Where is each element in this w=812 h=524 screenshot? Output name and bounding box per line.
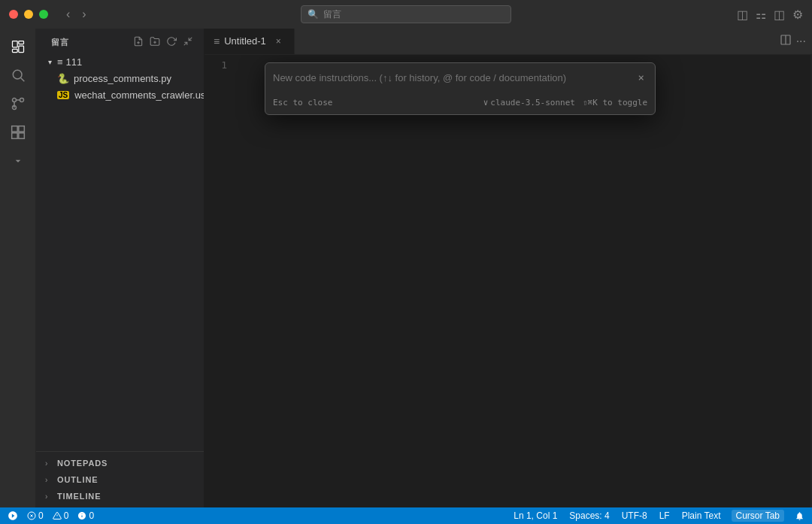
popup-footer: Esc to close ∨ claude-3.5-sonnet ⇧⌘K to … [265,92,655,114]
file-process-comments[interactable]: 🐍 process_comments.py [36,70,204,86]
split-editor-right-icon[interactable] [780,34,792,49]
warning-number: 0 [64,510,69,521]
editor-content[interactable]: 1 × Esc to close ∨ [205,55,812,507]
folder-name-111: 111 [66,56,83,68]
code-instructions-input[interactable] [273,72,631,83]
folder-arrow-111: ▾ [45,58,54,66]
cursor-tab[interactable]: Cursor Tab [732,510,784,522]
notepads-section[interactable]: › NOTEPADS [36,455,204,471]
search-activity-icon[interactable] [5,62,32,89]
sidebar: 留言 [36,29,205,507]
encoding[interactable]: UTF-8 [620,510,649,521]
notepads-arrow: › [45,459,54,468]
editor-text[interactable]: × Esc to close ∨ claude-3.5-sonnet ⇧⌘K t… [235,55,810,507]
status-left: 0 0 0 [6,510,95,522]
line-numbers: 1 [205,55,235,507]
popup-close-button[interactable]: × [635,69,647,86]
sidebar-bottom: › NOTEPADS › OUTLINE › TIMELINE [36,451,204,507]
titlebar: ‹ › 🔍 留言 ◫ ⚏ ◫ ⚙ [0,0,812,29]
minimize-button[interactable] [24,10,33,19]
svg-rect-2 [18,46,23,52]
spaces-setting[interactable]: Spaces: 4 [568,510,611,521]
more-actions-icon[interactable]: ··· [796,35,806,48]
sidebar-title: 留言 [51,37,69,48]
close-button[interactable] [9,10,18,19]
svg-rect-9 [11,126,17,132]
info-count[interactable]: 0 [76,510,95,521]
collapse-all-icon[interactable] [181,35,195,50]
js-file-icon: JS [57,91,69,99]
code-edit-popup: × Esc to close ∨ claude-3.5-sonnet ⇧⌘K t… [265,62,656,115]
source-control-icon[interactable] [5,90,32,117]
popup-input-row: × [265,63,655,92]
model-prefix-icon: ∨ [483,95,489,110]
new-file-icon[interactable] [132,35,145,50]
refresh-icon[interactable] [165,35,178,50]
tab-untitled-1[interactable]: ≡ Untitled-1 × [205,29,295,54]
popup-footer-right: ∨ claude-3.5-sonnet ⇧⌘K to toggle [483,95,647,110]
svg-rect-0 [12,41,17,47]
explorer-icon[interactable] [5,33,32,60]
file-name-process-comments: process_comments.py [74,73,171,84]
tabs-bar: ≡ Untitled-1 × ··· [205,29,812,55]
folder-icon-111: ≡ [57,56,63,68]
outline-section[interactable]: › OUTLINE [36,471,204,488]
svg-point-4 [13,70,22,79]
titlebar-nav: ‹ › [63,6,89,23]
more-icon[interactable] [5,147,32,174]
svg-rect-3 [12,49,17,52]
esc-hint: Esc to close [273,95,332,110]
svg-rect-12 [18,133,24,139]
settings-icon[interactable]: ⚙ [792,8,803,22]
timeline-section[interactable]: › TIMELINE [36,488,204,504]
folder-111[interactable]: ▾ ≡ 111 [36,53,204,70]
search-bar[interactable]: 🔍 留言 [301,5,511,23]
remote-icon[interactable] [6,510,20,522]
sidebar-header: 留言 [36,29,204,53]
model-selector[interactable]: ∨ claude-3.5-sonnet [483,95,575,110]
toggle-hint: ⇧⌘K to toggle [583,95,647,110]
split-editor-icon[interactable]: ◫ [737,8,748,22]
back-button[interactable]: ‹ [63,6,73,23]
extensions-icon[interactable] [5,119,32,146]
maximize-button[interactable] [39,10,48,19]
new-folder-icon[interactable] [148,35,162,50]
layout-icon[interactable]: ⚏ [756,8,766,22]
svg-line-18 [184,42,187,45]
warnings-count[interactable]: 0 [51,510,71,521]
tab-label: Untitled-1 [224,35,266,47]
activity-bar [0,29,36,507]
sidebar-header-actions [132,35,195,50]
editor-area: ≡ Untitled-1 × ··· 1 [205,29,812,507]
search-bar-text: 留言 [323,8,341,21]
error-number: 0 [38,510,44,521]
errors-count[interactable]: 0 [26,510,45,521]
tabs-right-actions: ··· [774,29,812,54]
language-mode[interactable]: Plain Text [680,510,723,521]
timeline-label: TIMELINE [57,492,101,501]
tab-close-button[interactable]: × [274,35,283,47]
file-wechat-crawler[interactable]: JS wechat_comments_crawler.user.js [36,86,204,103]
svg-rect-11 [11,133,17,139]
tab-file-icon: ≡ [214,35,220,47]
line-number-1: 1 [205,58,227,72]
svg-point-7 [20,98,23,102]
line-ending[interactable]: LF [658,510,671,521]
bell-icon[interactable] [793,510,806,521]
svg-rect-1 [18,41,23,44]
svg-rect-10 [18,126,24,132]
explorer-section: ▾ ≡ 111 🐍 process_comments.py JS wechat_… [36,53,204,451]
notepads-label: NOTEPADS [57,459,108,468]
cursor-position[interactable]: Ln 1, Col 1 [512,510,559,521]
outline-label: OUTLINE [57,475,98,484]
outline-arrow: › [45,476,54,484]
popup-footer-left: Esc to close [273,95,332,110]
search-icon: 🔍 [308,9,319,20]
layout2-icon[interactable]: ◫ [774,8,785,22]
forward-button[interactable]: › [79,6,89,23]
model-name: claude-3.5-sonnet [490,95,575,110]
info-number: 0 [89,510,94,521]
titlebar-actions: ◫ ⚏ ◫ ⚙ [737,8,803,22]
py-file-icon: 🐍 [57,73,69,84]
traffic-lights [9,10,48,19]
